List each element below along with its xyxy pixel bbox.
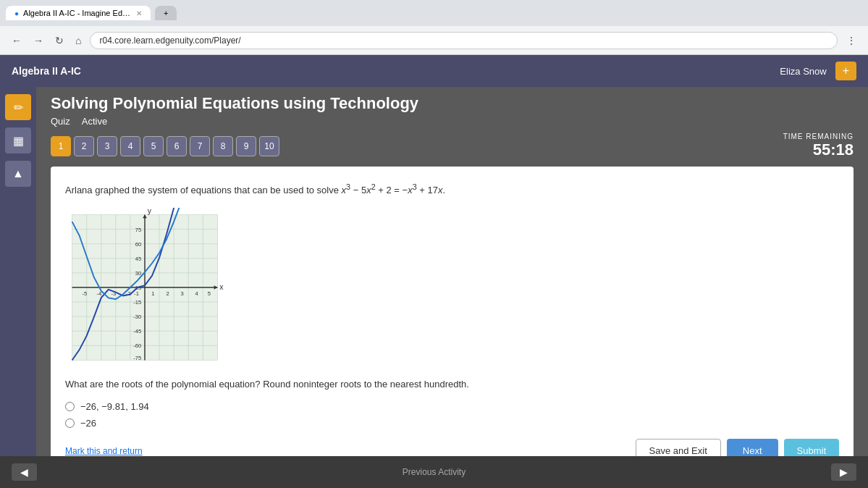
sidebar: ✏ ▦ ▲ <box>0 87 36 456</box>
calculator-icon[interactable]: ▦ <box>5 127 31 153</box>
svg-text:x: x <box>219 282 224 291</box>
svg-text:75: 75 <box>135 226 142 232</box>
app-header: Algebra II A-IC Eliza Snow + <box>0 55 868 87</box>
quiz-active-status: Active <box>82 116 107 127</box>
svg-text:-5: -5 <box>82 290 87 296</box>
mark-return-link[interactable]: Mark this and return <box>65 446 143 456</box>
svg-text:1: 1 <box>151 290 154 296</box>
extensions-button[interactable]: ⋮ <box>843 32 859 49</box>
user-name: Eliza Snow <box>780 66 826 77</box>
svg-text:-15: -15 <box>133 299 141 306</box>
polynomial-graph: x y -5 -4 -3 -2 -1 1 2 3 4 5 75 60 4 <box>65 208 224 367</box>
svg-text:2: 2 <box>166 290 169 296</box>
question-btn-3[interactable]: 3 <box>97 136 117 156</box>
footer-label: Previous Activity <box>403 467 465 477</box>
home-button[interactable]: ⌂ <box>72 32 84 49</box>
prev-activity-button[interactable]: ◀ <box>12 463 37 481</box>
sub-question-text: What are the roots of the polynomial equ… <box>65 377 839 392</box>
svg-text:3: 3 <box>181 290 184 296</box>
browser-tabs: ● Algebra II A-IC - Imagine Edgenu... ✕ … <box>0 0 868 26</box>
tab-new[interactable]: + <box>155 6 177 20</box>
svg-text:4: 4 <box>195 290 199 296</box>
quiz-status: Quiz Active <box>51 116 854 127</box>
option-a-label: −26, −9.81, 1.94 <box>80 401 149 412</box>
svg-text:30: 30 <box>135 270 142 277</box>
svg-text:-75: -75 <box>133 355 141 361</box>
question-nav: 1 2 3 4 5 6 7 8 9 10 TIME REMAINING 55:1… <box>51 132 854 159</box>
time-display: TIME REMAINING 55:18 <box>783 132 854 159</box>
tab-close[interactable]: ✕ <box>136 9 142 17</box>
tab-active[interactable]: ● Algebra II A-IC - Imagine Edgenu... ✕ <box>6 6 151 20</box>
time-label: TIME REMAINING <box>783 132 854 140</box>
footer: ◀ Previous Activity ▶ <box>0 456 868 488</box>
question-btn-8[interactable]: 8 <box>213 136 233 156</box>
svg-text:-45: -45 <box>133 328 141 335</box>
question-btn-10[interactable]: 10 <box>259 136 279 156</box>
browser-nav: ← → ↻ ⌂ r04.core.learn.edgenuity.com/Pla… <box>0 26 868 55</box>
graph-container: x y -5 -4 -3 -2 -1 1 2 3 4 5 75 60 4 <box>65 208 839 370</box>
forward-button[interactable]: → <box>30 32 46 49</box>
upload-icon[interactable]: ▲ <box>5 161 31 187</box>
answer-options: −26, −9.81, 1.94 −26 <box>65 401 839 429</box>
option-b-label: −26 <box>80 418 96 429</box>
option-a[interactable]: −26, −9.81, 1.94 <box>65 401 839 412</box>
next-activity-button[interactable]: ▶ <box>831 463 856 481</box>
address-bar[interactable]: r04.core.learn.edgenuity.com/Player/ <box>90 32 838 49</box>
next-button[interactable]: Next <box>727 439 778 456</box>
add-button[interactable]: + <box>835 62 856 80</box>
question-btn-2[interactable]: 2 <box>74 136 94 156</box>
quiz-title: Solving Polynomial Equations using Techn… <box>51 94 854 113</box>
svg-text:60: 60 <box>135 240 142 247</box>
option-b[interactable]: −26 <box>65 418 839 429</box>
question-btn-9[interactable]: 9 <box>236 136 256 156</box>
question-btn-5[interactable]: 5 <box>143 136 164 156</box>
question-btn-1[interactable]: 1 <box>51 136 71 156</box>
main-layout: ✏ ▦ ▲ Solving Polynomial Equations using… <box>0 87 868 456</box>
action-buttons: Save and Exit Next Submit <box>636 439 839 456</box>
radio-b[interactable] <box>65 418 75 428</box>
bottom-bar: Mark this and return Save and Exit Next … <box>65 439 839 456</box>
quiz-label: Quiz <box>51 116 70 127</box>
app-title: Algebra II A-IC <box>12 65 81 77</box>
svg-text:-30: -30 <box>133 314 141 320</box>
svg-text:45: 45 <box>135 256 142 262</box>
radio-a[interactable] <box>65 402 75 411</box>
svg-text:-60: -60 <box>133 342 141 349</box>
submit-button[interactable]: Submit <box>784 439 839 456</box>
back-button[interactable]: ← <box>9 32 25 49</box>
question-card: Arlana graphed the system of equations t… <box>51 167 854 456</box>
save-exit-button[interactable]: Save and Exit <box>636 439 721 456</box>
time-value: 55:18 <box>783 140 854 159</box>
pencil-icon[interactable]: ✏ <box>5 94 31 120</box>
svg-text:y: y <box>148 208 152 215</box>
svg-text:5: 5 <box>208 290 211 296</box>
question-btn-6[interactable]: 6 <box>167 136 187 156</box>
content-area: Solving Polynomial Equations using Techn… <box>36 87 868 456</box>
question-text: Arlana graphed the system of equations t… <box>65 181 839 198</box>
question-btn-4[interactable]: 4 <box>120 136 140 156</box>
question-numbers: 1 2 3 4 5 6 7 8 9 10 <box>51 136 279 156</box>
refresh-button[interactable]: ↻ <box>52 32 67 49</box>
question-btn-7[interactable]: 7 <box>190 136 210 156</box>
